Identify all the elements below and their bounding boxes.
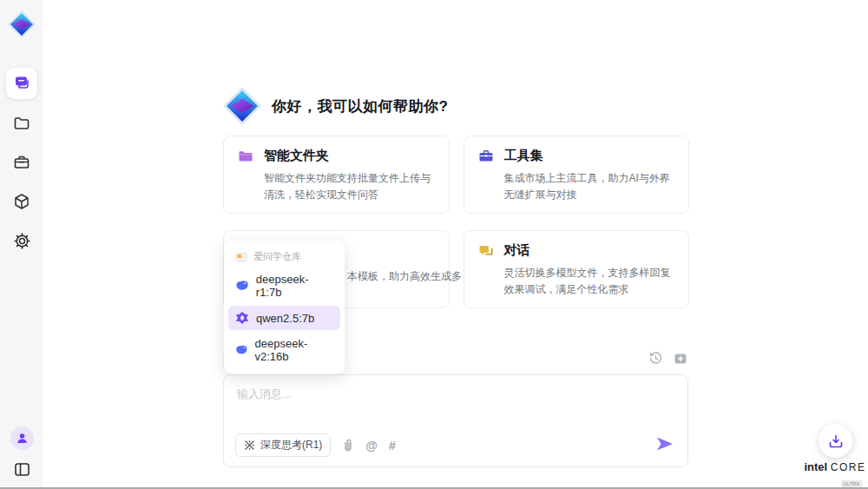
card-description-partial: 本模板，助力高效生成多	[347, 269, 462, 284]
user-avatar[interactable]	[10, 426, 34, 450]
sidebar-item-toolset[interactable]	[6, 147, 37, 178]
collapse-sidebar-button[interactable]	[9, 458, 35, 480]
message-input[interactable]	[224, 375, 687, 426]
sidebar-item-folders[interactable]	[6, 108, 37, 139]
ultra-badge: ULTRA	[841, 480, 863, 487]
qwen-icon	[235, 311, 249, 325]
card-description: 智能文件夹功能支持批量文件上传与清洗，轻松实现文件问答	[264, 170, 435, 202]
gear-icon	[13, 232, 31, 250]
dropdown-header-label: 爱问学仓库	[253, 250, 301, 263]
card-description: 灵活切换多模型文件，支持多样回复效果调试，满足个性化需求	[504, 265, 675, 297]
dropdown-header: 爱问学仓库	[228, 245, 340, 268]
sidebar	[0, 0, 43, 489]
briefcase-icon	[13, 154, 30, 171]
model-option-deepseek-v2[interactable]: deepseek-v2:16b	[228, 332, 340, 368]
hash-icon: #	[389, 439, 396, 453]
purple-folder-icon	[238, 149, 253, 164]
greeting-text: 你好，我可以如何帮助你?	[272, 96, 448, 116]
deep-think-icon	[244, 439, 255, 451]
sidebar-item-settings[interactable]	[6, 225, 37, 256]
model-option-qwen[interactable]: qwen2.5:7b	[228, 306, 340, 330]
intel-core-badge: intel core ULTRA	[800, 460, 868, 489]
model-dropdown: 爱问学仓库 deepseek-r1:7b qwen2.5:7b	[224, 241, 345, 374]
composer-toolbar: 深度思考(R1) @ #	[235, 433, 396, 457]
person-icon	[16, 432, 29, 445]
send-button[interactable]	[655, 436, 674, 455]
deep-think-label: 深度思考(R1)	[260, 438, 322, 453]
new-chat-plus-icon	[674, 352, 687, 366]
indigo-briefcase-icon	[478, 149, 494, 164]
folder-icon	[13, 115, 30, 132]
download-button[interactable]	[819, 424, 852, 458]
deepseek-whale-icon	[235, 279, 249, 293]
gold-chat-icon	[478, 243, 494, 259]
card-description: 集成市场上主流工具，助力AI与外界无缝扩展与对接	[504, 170, 675, 202]
panel-layout-icon	[14, 461, 30, 478]
mention-button[interactable]: @	[365, 439, 378, 453]
model-option-label: deepseek-v2:16b	[255, 337, 333, 363]
sidebar-item-chat[interactable]	[6, 68, 37, 99]
model-option-deepseek-r1[interactable]: deepseek-r1:7b	[228, 268, 340, 304]
new-chat-button[interactable]	[674, 352, 687, 366]
history-clock-icon	[648, 351, 663, 366]
intel-logo-text: intel	[804, 460, 827, 473]
card-dialogue[interactable]: 对话 灵活切换多模型文件，支持多样回复效果调试，满足个性化需求	[464, 230, 690, 308]
greeting-diamond-logo-icon	[223, 87, 261, 125]
attach-file-button[interactable]	[342, 439, 354, 453]
history-button[interactable]	[648, 351, 663, 366]
app-logo[interactable]	[7, 10, 36, 39]
card-smart-folder[interactable]: 智能文件夹 智能文件夹功能支持批量文件上传与清洗，轻松实现文件问答	[223, 135, 450, 214]
card-title: 对话	[504, 242, 530, 259]
sidebar-item-models[interactable]	[6, 186, 37, 217]
deep-think-toggle[interactable]: 深度思考(R1)	[235, 433, 331, 457]
model-option-label: qwen2.5:7b	[256, 312, 314, 325]
card-title: 智能文件夹	[264, 148, 329, 164]
paperclip-icon	[342, 439, 354, 453]
download-icon	[828, 433, 844, 449]
message-composer: 深度思考(R1) @ #	[223, 374, 688, 467]
at-icon: @	[365, 439, 378, 453]
send-icon	[655, 436, 674, 452]
model-option-label: deepseek-r1:7b	[256, 273, 333, 299]
prompt-template-button[interactable]: #	[389, 439, 396, 453]
repository-icon	[235, 251, 247, 263]
card-title: 工具集	[504, 148, 543, 164]
deepseek-whale-icon	[235, 343, 248, 357]
greeting: 你好，我可以如何帮助你?	[223, 87, 448, 125]
chat-icon	[13, 75, 30, 92]
main-content: 你好，我可以如何帮助你? 智能文件夹 智能文件夹功能支持批量文件上传与清洗，轻松…	[43, 0, 868, 487]
cube-icon	[13, 193, 30, 210]
core-logo-text: core	[831, 461, 866, 473]
card-toolset[interactable]: 工具集 集成市场上主流工具，助力AI与外界无缝扩展与对接	[464, 135, 690, 214]
diamond-logo-icon	[8, 10, 36, 38]
